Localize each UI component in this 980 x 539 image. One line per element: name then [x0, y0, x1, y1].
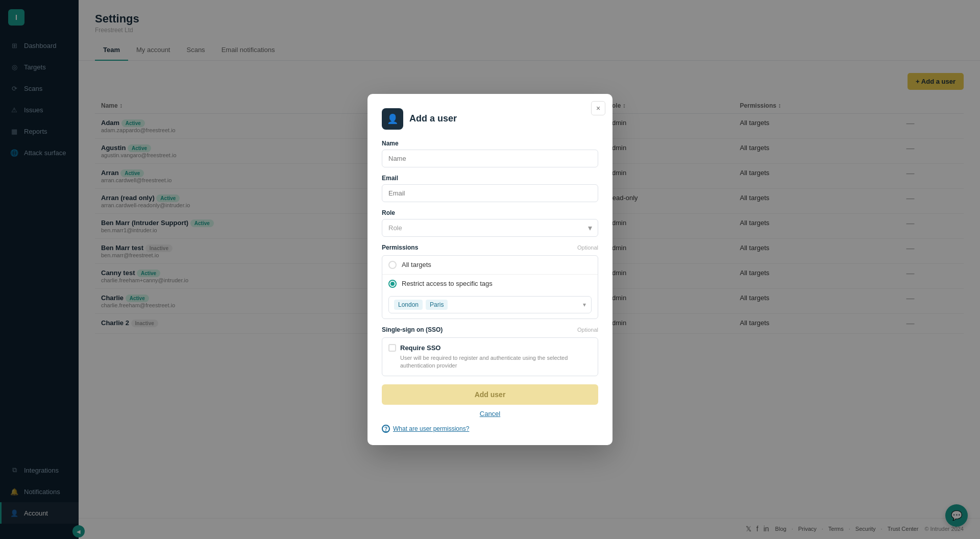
permissions-section: Permissions Optional All targets Restric…	[382, 244, 598, 319]
name-input[interactable]	[382, 150, 598, 167]
sso-checkbox-row: Require SSO	[388, 344, 592, 352]
restrict-access-option[interactable]: Restrict access to specific tags	[382, 275, 598, 293]
role-label: Role	[382, 209, 598, 216]
name-label: Name	[382, 140, 598, 147]
cancel-link[interactable]: Cancel	[382, 410, 598, 418]
modal-header: 👤 Add a user	[382, 108, 598, 130]
require-sso-checkbox[interactable]	[388, 344, 396, 352]
all-targets-radio[interactable]	[388, 261, 397, 269]
require-sso-label: Require SSO	[400, 344, 440, 352]
help-label: What are user permissions?	[393, 425, 469, 432]
role-field-group: Role Role Admin Read-only	[382, 209, 598, 237]
restrict-access-label: Restrict access to specific tags	[402, 280, 493, 287]
modal-avatar-icon: 👤	[382, 108, 403, 130]
restrict-access-radio[interactable]	[388, 280, 397, 288]
permissions-header: Permissions Optional	[382, 244, 598, 251]
tags-dropdown-arrow: ▾	[583, 301, 586, 308]
role-select[interactable]: Role Admin Read-only	[382, 219, 598, 237]
add-user-modal-button[interactable]: Add user	[382, 384, 598, 405]
sso-label: Single-sign on (SSO)	[382, 326, 443, 333]
sso-optional: Optional	[577, 327, 598, 333]
sso-box: Require SSO User will be required to reg…	[382, 337, 598, 377]
tags-selector[interactable]: London Paris ▾	[388, 296, 592, 313]
help-icon: ?	[382, 425, 390, 433]
sso-section: Single-sign on (SSO) Optional Require SS…	[382, 326, 598, 377]
modal-close-button[interactable]: ×	[591, 101, 605, 115]
permissions-box: All targets Restrict access to specific …	[382, 255, 598, 319]
sso-description: User will be required to register and au…	[400, 354, 592, 370]
modal-overlay[interactable]: 👤 Add a user × Name Email Role Role Admi…	[0, 0, 980, 539]
permissions-optional: Optional	[577, 244, 598, 251]
name-field-group: Name	[382, 140, 598, 167]
add-user-modal: 👤 Add a user × Name Email Role Role Admi…	[368, 94, 612, 446]
help-link[interactable]: ? What are user permissions?	[382, 425, 598, 433]
tag-paris[interactable]: Paris	[426, 300, 448, 310]
permissions-label: Permissions	[382, 244, 418, 251]
all-targets-option[interactable]: All targets	[382, 256, 598, 275]
email-label: Email	[382, 175, 598, 182]
sso-header: Single-sign on (SSO) Optional	[382, 326, 598, 333]
role-select-wrapper: Role Admin Read-only	[382, 219, 598, 237]
modal-title: Add a user	[409, 113, 457, 124]
email-input[interactable]	[382, 184, 598, 202]
tag-london[interactable]: London	[394, 300, 423, 310]
all-targets-label: All targets	[402, 261, 431, 268]
email-field-group: Email	[382, 175, 598, 202]
